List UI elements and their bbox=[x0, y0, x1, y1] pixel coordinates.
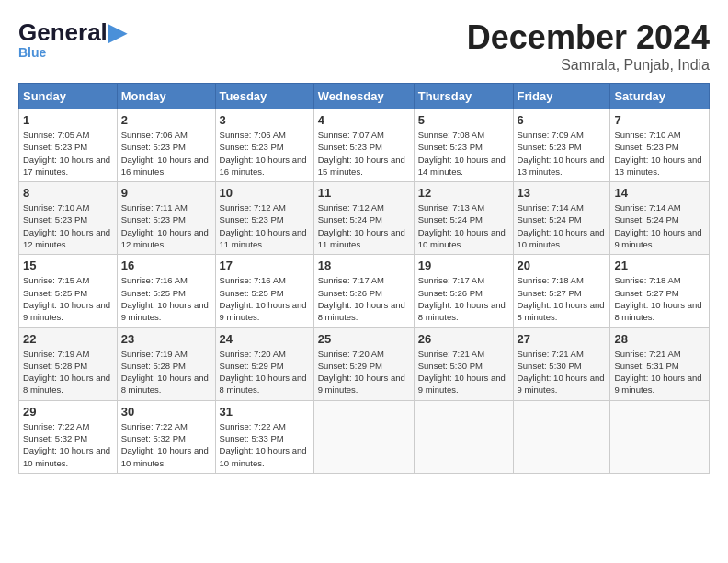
calendar-day-2: 2Sunrise: 7:06 AMSunset: 5:23 PMDaylight… bbox=[117, 109, 215, 182]
calendar-day-29: 29Sunrise: 7:22 AMSunset: 5:32 PMDayligh… bbox=[19, 400, 118, 473]
day-number: 10 bbox=[220, 186, 310, 200]
calendar-day-28: 28Sunrise: 7:21 AMSunset: 5:31 PMDayligh… bbox=[610, 327, 710, 400]
day-number: 4 bbox=[318, 113, 410, 127]
day-number: 16 bbox=[121, 259, 211, 272]
day-number: 1 bbox=[23, 113, 113, 127]
calendar-week-3: 15Sunrise: 7:15 AMSunset: 5:25 PMDayligh… bbox=[19, 255, 710, 327]
calendar-week-4: 22Sunrise: 7:19 AMSunset: 5:28 PMDayligh… bbox=[19, 327, 710, 400]
calendar-day-27: 27Sunrise: 7:21 AMSunset: 5:30 PMDayligh… bbox=[513, 327, 610, 400]
day-info: Sunrise: 7:06 AMSunset: 5:23 PMDaylight:… bbox=[220, 129, 310, 178]
day-number: 6 bbox=[518, 113, 607, 127]
day-info: Sunrise: 7:14 AMSunset: 5:24 PMDaylight:… bbox=[614, 201, 705, 250]
day-number: 19 bbox=[418, 259, 509, 272]
day-info: Sunrise: 7:09 AMSunset: 5:23 PMDaylight:… bbox=[518, 129, 607, 178]
day-info: Sunrise: 7:08 AMSunset: 5:23 PMDaylight:… bbox=[418, 129, 509, 178]
day-info: Sunrise: 7:16 AMSunset: 5:25 PMDaylight:… bbox=[121, 274, 211, 323]
empty-cell bbox=[513, 400, 610, 473]
day-number: 25 bbox=[318, 332, 410, 346]
calendar-table: SundayMondayTuesdayWednesdayThursdayFrid… bbox=[18, 83, 710, 474]
day-number: 22 bbox=[23, 332, 113, 346]
day-info: Sunrise: 7:12 AMSunset: 5:24 PMDaylight:… bbox=[318, 201, 410, 250]
day-header-thursday: Thursday bbox=[414, 84, 513, 109]
calendar-day-9: 9Sunrise: 7:11 AMSunset: 5:23 PMDaylight… bbox=[117, 182, 215, 255]
day-number: 15 bbox=[23, 259, 113, 272]
day-info: Sunrise: 7:22 AMSunset: 5:32 PMDaylight:… bbox=[23, 420, 113, 469]
logo-blue-text: Blue bbox=[18, 45, 46, 60]
calendar-day-24: 24Sunrise: 7:20 AMSunset: 5:29 PMDayligh… bbox=[215, 327, 313, 400]
day-info: Sunrise: 7:21 AMSunset: 5:30 PMDaylight:… bbox=[518, 348, 607, 396]
calendar-day-31: 31Sunrise: 7:22 AMSunset: 5:33 PMDayligh… bbox=[215, 400, 313, 473]
calendar-day-1: 1Sunrise: 7:05 AMSunset: 5:23 PMDaylight… bbox=[19, 109, 118, 182]
day-number: 31 bbox=[220, 405, 310, 419]
day-info: Sunrise: 7:18 AMSunset: 5:27 PMDaylight:… bbox=[518, 274, 607, 323]
location: Samrala, Punjab, India bbox=[467, 57, 710, 74]
day-info: Sunrise: 7:19 AMSunset: 5:28 PMDaylight:… bbox=[23, 348, 113, 396]
calendar-day-12: 12Sunrise: 7:13 AMSunset: 5:24 PMDayligh… bbox=[414, 182, 513, 255]
day-info: Sunrise: 7:15 AMSunset: 5:25 PMDaylight:… bbox=[23, 274, 113, 323]
calendar-day-3: 3Sunrise: 7:06 AMSunset: 5:23 PMDaylight… bbox=[215, 109, 313, 182]
calendar-week-5: 29Sunrise: 7:22 AMSunset: 5:32 PMDayligh… bbox=[19, 400, 710, 473]
calendar-day-13: 13Sunrise: 7:14 AMSunset: 5:24 PMDayligh… bbox=[513, 182, 610, 255]
calendar-day-30: 30Sunrise: 7:22 AMSunset: 5:32 PMDayligh… bbox=[117, 400, 215, 473]
day-header-monday: Monday bbox=[117, 84, 215, 109]
day-number: 18 bbox=[318, 259, 410, 272]
month-title: December 2024 bbox=[467, 18, 710, 57]
day-header-tuesday: Tuesday bbox=[215, 84, 313, 109]
day-info: Sunrise: 7:19 AMSunset: 5:28 PMDaylight:… bbox=[121, 348, 211, 396]
calendar-day-25: 25Sunrise: 7:20 AMSunset: 5:29 PMDayligh… bbox=[313, 327, 414, 400]
day-info: Sunrise: 7:17 AMSunset: 5:26 PMDaylight:… bbox=[418, 274, 509, 323]
empty-cell bbox=[313, 400, 414, 473]
day-header-saturday: Saturday bbox=[610, 84, 710, 109]
day-number: 12 bbox=[418, 186, 509, 200]
calendar-day-16: 16Sunrise: 7:16 AMSunset: 5:25 PMDayligh… bbox=[117, 255, 215, 327]
calendar-day-5: 5Sunrise: 7:08 AMSunset: 5:23 PMDaylight… bbox=[414, 109, 513, 182]
calendar-day-15: 15Sunrise: 7:15 AMSunset: 5:25 PMDayligh… bbox=[19, 255, 118, 327]
day-number: 11 bbox=[318, 186, 410, 200]
day-number: 17 bbox=[220, 259, 310, 272]
calendar-day-19: 19Sunrise: 7:17 AMSunset: 5:26 PMDayligh… bbox=[414, 255, 513, 327]
day-info: Sunrise: 7:12 AMSunset: 5:23 PMDaylight:… bbox=[220, 201, 310, 250]
calendar-day-7: 7Sunrise: 7:10 AMSunset: 5:23 PMDaylight… bbox=[610, 109, 710, 182]
calendar-day-14: 14Sunrise: 7:14 AMSunset: 5:24 PMDayligh… bbox=[610, 182, 710, 255]
day-info: Sunrise: 7:21 AMSunset: 5:31 PMDaylight:… bbox=[614, 348, 705, 396]
day-number: 28 bbox=[614, 332, 705, 346]
day-number: 23 bbox=[121, 332, 211, 346]
day-number: 14 bbox=[614, 186, 705, 200]
calendar-day-21: 21Sunrise: 7:18 AMSunset: 5:27 PMDayligh… bbox=[610, 255, 710, 327]
day-number: 30 bbox=[121, 405, 211, 419]
day-info: Sunrise: 7:07 AMSunset: 5:23 PMDaylight:… bbox=[318, 129, 410, 178]
day-header-wednesday: Wednesday bbox=[313, 84, 414, 109]
calendar-day-8: 8Sunrise: 7:10 AMSunset: 5:23 PMDaylight… bbox=[19, 182, 118, 255]
day-info: Sunrise: 7:20 AMSunset: 5:29 PMDaylight:… bbox=[220, 348, 310, 396]
day-number: 3 bbox=[220, 113, 310, 127]
calendar-week-2: 8Sunrise: 7:10 AMSunset: 5:23 PMDaylight… bbox=[19, 182, 710, 255]
day-info: Sunrise: 7:14 AMSunset: 5:24 PMDaylight:… bbox=[518, 201, 607, 250]
page-header: General▶ Blue December 2024 Samrala, Pun… bbox=[18, 18, 710, 74]
day-header-sunday: Sunday bbox=[19, 84, 118, 109]
day-number: 20 bbox=[518, 259, 607, 272]
empty-cell bbox=[414, 400, 513, 473]
calendar-day-18: 18Sunrise: 7:17 AMSunset: 5:26 PMDayligh… bbox=[313, 255, 414, 327]
day-info: Sunrise: 7:20 AMSunset: 5:29 PMDaylight:… bbox=[318, 348, 410, 396]
empty-cell bbox=[610, 400, 710, 473]
day-info: Sunrise: 7:06 AMSunset: 5:23 PMDaylight:… bbox=[121, 129, 211, 178]
day-info: Sunrise: 7:17 AMSunset: 5:26 PMDaylight:… bbox=[318, 274, 410, 323]
day-info: Sunrise: 7:16 AMSunset: 5:25 PMDaylight:… bbox=[220, 274, 310, 323]
day-number: 27 bbox=[518, 332, 607, 346]
day-number: 29 bbox=[23, 405, 113, 419]
calendar-day-4: 4Sunrise: 7:07 AMSunset: 5:23 PMDaylight… bbox=[313, 109, 414, 182]
day-number: 21 bbox=[614, 259, 705, 272]
day-info: Sunrise: 7:10 AMSunset: 5:23 PMDaylight:… bbox=[23, 201, 113, 250]
calendar-day-26: 26Sunrise: 7:21 AMSunset: 5:30 PMDayligh… bbox=[414, 327, 513, 400]
day-info: Sunrise: 7:10 AMSunset: 5:23 PMDaylight:… bbox=[614, 129, 705, 178]
day-info: Sunrise: 7:22 AMSunset: 5:32 PMDaylight:… bbox=[121, 420, 211, 469]
day-number: 13 bbox=[518, 186, 607, 200]
calendar-day-6: 6Sunrise: 7:09 AMSunset: 5:23 PMDaylight… bbox=[513, 109, 610, 182]
calendar-day-22: 22Sunrise: 7:19 AMSunset: 5:28 PMDayligh… bbox=[19, 327, 118, 400]
day-header-friday: Friday bbox=[513, 84, 610, 109]
day-number: 26 bbox=[418, 332, 509, 346]
calendar-day-20: 20Sunrise: 7:18 AMSunset: 5:27 PMDayligh… bbox=[513, 255, 610, 327]
day-info: Sunrise: 7:05 AMSunset: 5:23 PMDaylight:… bbox=[23, 129, 113, 178]
day-info: Sunrise: 7:11 AMSunset: 5:23 PMDaylight:… bbox=[121, 201, 211, 250]
day-number: 7 bbox=[614, 113, 705, 127]
